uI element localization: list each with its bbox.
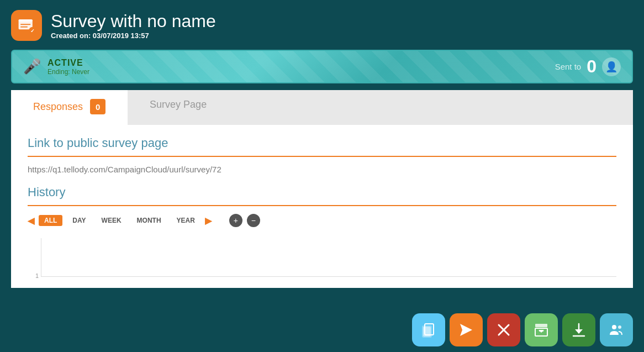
created-date: 03/07/2019 13:57 xyxy=(93,31,149,40)
link-title: Link to public survey page xyxy=(28,136,616,150)
sent-to-label: Sent to xyxy=(555,62,582,71)
send-button[interactable] xyxy=(450,313,483,346)
svg-marker-9 xyxy=(460,324,472,336)
copy-button[interactable] xyxy=(412,313,445,346)
link-section: Link to public survey page https://q1.te… xyxy=(28,136,616,174)
svg-rect-1 xyxy=(19,19,33,22)
active-right: Sent to 0 👤 xyxy=(555,56,621,77)
users-button[interactable] xyxy=(600,313,633,346)
copy-icon xyxy=(420,322,437,338)
download-button[interactable] xyxy=(562,313,595,346)
send-icon xyxy=(458,322,474,338)
filter-year[interactable]: YEAR xyxy=(171,215,200,226)
chart-grid xyxy=(41,238,616,277)
header-text: Survey with no name Created on: 03/07/20… xyxy=(51,11,216,40)
ending-label: Ending: Never xyxy=(47,68,89,76)
history-title: History xyxy=(28,185,616,199)
bottom-toolbar xyxy=(412,313,633,346)
delete-button[interactable] xyxy=(487,313,520,346)
page-title: Survey with no name xyxy=(51,11,216,31)
zoom-out-button[interactable]: − xyxy=(247,214,260,227)
users-icon xyxy=(608,322,625,338)
tab-survey-page[interactable]: Survey Page xyxy=(128,90,633,125)
next-arrow[interactable]: ▶ xyxy=(205,216,212,226)
tab-responses[interactable]: Responses 0 xyxy=(11,90,128,125)
microphone-icon: 🎤 xyxy=(23,58,41,75)
filter-week[interactable]: WEEK xyxy=(96,215,127,226)
zoom-in-button[interactable]: + xyxy=(229,214,242,227)
responses-badge: 0 xyxy=(90,99,105,114)
prev-arrow[interactable]: ◀ xyxy=(28,216,34,226)
survey-page-label: Survey Page xyxy=(150,99,207,110)
svg-marker-17 xyxy=(575,329,583,334)
chart-area: 1 xyxy=(28,233,616,277)
archive-icon xyxy=(533,322,550,338)
created-label: Created on: xyxy=(51,31,91,40)
content-panel: Link to public survey page https://q1.te… xyxy=(11,125,633,288)
app-logo-icon: ✓ xyxy=(17,15,36,35)
delete-icon xyxy=(495,322,512,338)
responses-label: Responses xyxy=(33,101,83,112)
main-content: Responses 0 Survey Page Link to public s… xyxy=(11,90,633,288)
status-label: ACTIVE xyxy=(47,58,89,68)
filter-day[interactable]: DAY xyxy=(67,215,91,226)
active-status: ACTIVE Ending: Never xyxy=(47,58,89,76)
created-subtitle: Created on: 03/07/2019 13:57 xyxy=(51,31,216,40)
svg-point-20 xyxy=(618,325,621,329)
tabs: Responses 0 Survey Page xyxy=(11,90,633,125)
link-url[interactable]: https://q1.tellody.com/CampaignCloud/uur… xyxy=(28,165,616,174)
history-section: History ◀ ALL DAY WEEK MONTH YEAR ▶ + − … xyxy=(28,185,616,277)
active-left: 🎤 ACTIVE Ending: Never xyxy=(23,58,89,76)
svg-text:✓: ✓ xyxy=(30,28,35,34)
download-icon xyxy=(571,322,587,338)
user-icon: 👤 xyxy=(602,57,621,76)
svg-point-19 xyxy=(612,325,616,329)
chart-y-label: 1 xyxy=(28,272,39,279)
link-divider xyxy=(28,156,616,157)
sent-count: 0 xyxy=(587,56,597,77)
chart-controls: ◀ ALL DAY WEEK MONTH YEAR ▶ + − xyxy=(28,214,616,227)
app-icon: ✓ xyxy=(11,10,42,41)
header: ✓ Survey with no name Created on: 03/07/… xyxy=(0,0,644,46)
archive-button[interactable] xyxy=(525,313,558,346)
svg-rect-8 xyxy=(423,327,431,337)
filter-month[interactable]: MONTH xyxy=(131,215,167,226)
filter-all[interactable]: ALL xyxy=(39,215,62,226)
active-bar: 🎤 ACTIVE Ending: Never Sent to 0 👤 xyxy=(11,50,633,83)
history-divider xyxy=(28,205,616,206)
svg-rect-12 xyxy=(535,324,547,327)
